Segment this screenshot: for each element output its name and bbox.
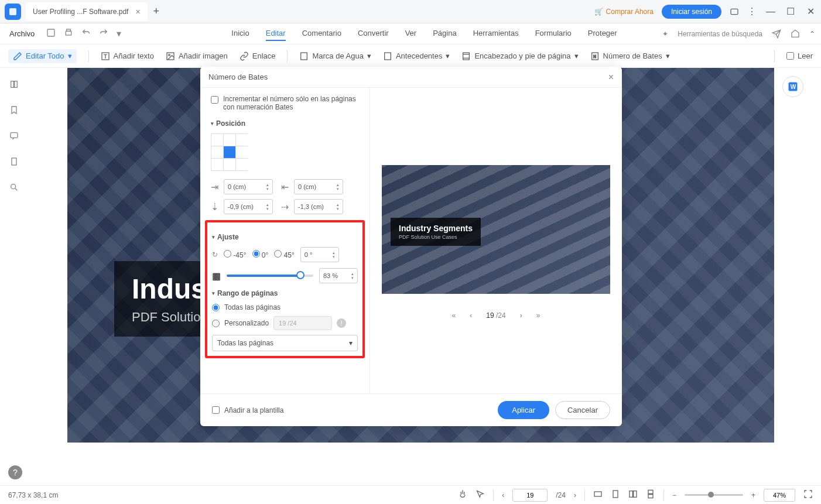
tab-herramientas[interactable]: Herramientas (473, 26, 519, 41)
all-pages-radio[interactable]: Todas las páginas (212, 303, 358, 311)
tab-formulario[interactable]: Formulario (535, 26, 572, 41)
add-tab-button[interactable]: + (153, 5, 160, 18)
comment-icon[interactable] (9, 131, 19, 143)
more-icon[interactable]: ⋮ (747, 6, 757, 17)
background-button[interactable]: Antecedentes▾ (383, 52, 450, 61)
print-icon[interactable] (64, 28, 73, 40)
thumbnails-icon[interactable] (9, 80, 19, 91)
scroll-icon[interactable] (646, 489, 655, 500)
attachment-icon[interactable] (9, 157, 19, 169)
two-page-icon[interactable] (628, 489, 638, 500)
edit-all-button[interactable]: Editar Todo ▾ (8, 49, 77, 63)
add-template-checkbox[interactable]: Añadir a la plantilla (212, 406, 283, 414)
svg-rect-9 (385, 53, 391, 60)
svg-rect-25 (630, 491, 632, 498)
prev-page-status[interactable]: ‹ (502, 491, 504, 499)
send-icon[interactable] (772, 29, 781, 39)
margin-left-input[interactable]: 0 (cm)▴▾ (294, 179, 343, 194)
prev-page-button[interactable]: ‹ (470, 311, 472, 320)
watermark-button[interactable]: Marca de Agua▾ (299, 52, 371, 61)
word-export-icon[interactable]: W (782, 76, 803, 97)
add-text-button[interactable]: Añadir texto (101, 52, 154, 61)
margin-bottom-input[interactable]: -0,9 (cm)▴▾ (224, 199, 273, 214)
redo-icon[interactable] (99, 28, 108, 40)
page-input[interactable] (512, 489, 548, 502)
cancel-button[interactable]: Cancelar (555, 401, 610, 419)
info-icon[interactable]: ! (337, 318, 346, 328)
adjust-section-title[interactable]: Ajuste (212, 233, 358, 241)
svg-rect-17 (11, 133, 18, 138)
tab-editar[interactable]: Editar (266, 26, 286, 41)
status-bar: 67,73 x 38,1 cm ‹ /24 › − + (0, 485, 821, 504)
dialog-close-button[interactable]: × (608, 72, 614, 83)
last-page-button[interactable]: » (536, 311, 541, 320)
fit-page-icon[interactable] (611, 489, 620, 500)
svg-rect-3 (66, 31, 71, 35)
fit-width-icon[interactable] (593, 489, 603, 500)
chevron-down-icon: ▾ (349, 339, 353, 347)
file-menu[interactable]: Archivo (6, 29, 38, 38)
search-icon[interactable] (9, 183, 19, 194)
message-icon[interactable] (730, 7, 739, 16)
select-tool-icon[interactable] (476, 489, 485, 500)
fullscreen-icon[interactable] (803, 489, 813, 500)
tab-pagina[interactable]: Página (433, 26, 456, 41)
save-icon[interactable] (46, 28, 56, 40)
margin-top-input[interactable]: 0 (cm)▴▾ (224, 179, 273, 194)
tab-convertir[interactable]: Convertir (358, 26, 389, 41)
add-image-button[interactable]: Añadir imagen (166, 52, 228, 61)
read-button[interactable]: Leer (786, 52, 813, 60)
tab-proteger[interactable]: Proteger (588, 26, 617, 41)
buy-now-link[interactable]: 🛒 Comprar Ahora (594, 8, 654, 16)
dropdown-icon[interactable]: ▾ (117, 28, 121, 40)
angle-45-radio[interactable]: 45° (274, 250, 295, 259)
margin-right-input[interactable]: -1,3 (cm)▴▾ (294, 199, 343, 214)
left-sidebar (0, 68, 28, 466)
tab-comentario[interactable]: Comentario (302, 26, 341, 41)
position-section-title[interactable]: Posición (211, 119, 359, 128)
apply-button[interactable]: Aplicar (498, 401, 549, 419)
range-section-title[interactable]: Rango de páginas (212, 289, 358, 297)
home-icon[interactable] (791, 29, 800, 39)
position-center[interactable] (224, 146, 235, 158)
zoom-slider[interactable] (685, 494, 743, 496)
opacity-slider[interactable] (227, 275, 313, 277)
range-dropdown[interactable]: Todas las páginas ▾ (212, 335, 358, 351)
close-tab-icon[interactable]: × (135, 7, 140, 16)
tab-inicio[interactable]: Inicio (231, 26, 249, 41)
first-page-button[interactable]: « (452, 311, 456, 320)
tab-ver[interactable]: Ver (405, 26, 417, 41)
opacity-input[interactable]: 83 %▴▾ (319, 268, 358, 283)
angle-neg45-radio[interactable]: -45° (224, 250, 247, 259)
opacity-icon: ▦ (212, 270, 221, 282)
minimize-button[interactable]: — (765, 6, 776, 18)
position-grid[interactable] (211, 133, 248, 171)
undo-icon[interactable] (81, 28, 91, 40)
zoom-in-button[interactable]: + (751, 491, 755, 499)
bates-button[interactable]: N Número de Bates▾ (590, 52, 670, 61)
zoom-out-button[interactable]: − (672, 491, 676, 499)
angle-0-radio[interactable]: 0° (252, 250, 269, 259)
close-window-button[interactable]: ✕ (805, 6, 816, 18)
svg-rect-2 (47, 29, 54, 36)
increment-only-checkbox[interactable]: Incrementar el número sólo en las página… (211, 95, 359, 111)
zoom-input[interactable] (764, 489, 795, 502)
chevron-up-icon[interactable]: ⌃ (809, 30, 815, 38)
login-button[interactable]: Iniciar sesión (662, 5, 721, 19)
hand-tool-icon[interactable] (458, 489, 467, 500)
next-page-status[interactable]: › (574, 491, 576, 499)
document-tab[interactable]: User Profiling ...F Software.pdf × (26, 2, 148, 21)
custom-range-input: 19 /24 (273, 316, 332, 330)
bookmark-icon[interactable] (9, 105, 19, 117)
maximize-button[interactable]: ☐ (785, 6, 796, 18)
cart-icon: 🛒 (594, 8, 603, 16)
next-page-button[interactable]: › (520, 311, 522, 320)
dialog-title: Número de Bates (208, 73, 268, 81)
angle-input[interactable]: 0 °▴▾ (300, 247, 339, 262)
custom-range-radio[interactable]: Personalizado 19 /24 ! (212, 316, 358, 330)
dialog-header: Número de Bates × (200, 67, 622, 88)
header-footer-button[interactable]: Encabezado y pie de página▾ (461, 52, 578, 61)
link-button[interactable]: Enlace (240, 52, 276, 61)
search-tools-label[interactable]: Herramientas de búsqueda (678, 30, 762, 38)
help-button[interactable]: ? (8, 465, 22, 479)
